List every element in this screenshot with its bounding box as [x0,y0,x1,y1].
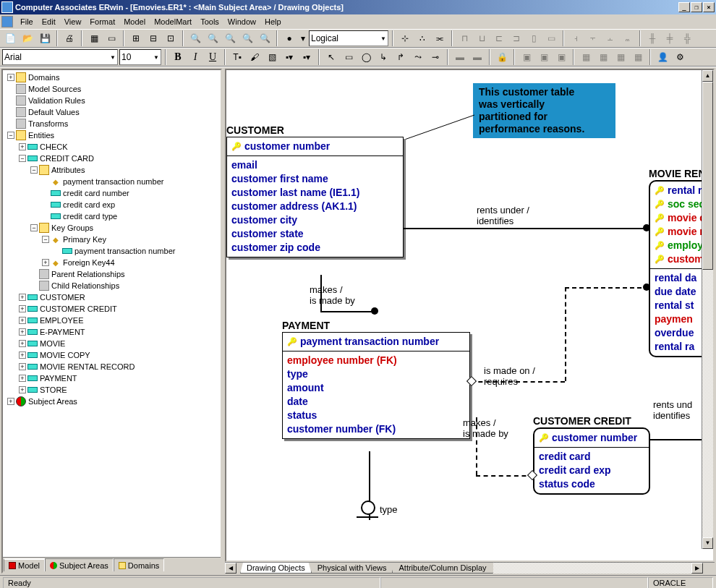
tree-item[interactable]: Parent Relationships [4,268,219,280]
tool-button[interactable]: ▣ [536,49,552,65]
tree-item[interactable]: Validation Rules [4,95,219,106]
tree-item[interactable]: −Attributes [4,164,219,176]
entity-attribute[interactable]: due date [655,285,708,299]
entity-attribute[interactable]: overdue [655,326,708,340]
tree-item[interactable]: +EMPLOYEE [4,315,219,326]
relation-tool[interactable]: ↳ [375,49,391,65]
tool-button[interactable]: ▭ [543,30,559,46]
tool-button[interactable]: ∴ [414,30,430,46]
menu-modelmart[interactable]: ModelMart [150,16,196,27]
tree-toggle[interactable]: + [7,74,14,81]
underline-button[interactable]: U [205,49,221,65]
tool-button[interactable]: ▯ [526,30,542,46]
bold-button[interactable]: B [170,49,186,65]
tree-item[interactable]: +PAYMENT [4,372,219,384]
annotation-note[interactable]: This customer tablewas verticallypartiti… [473,83,615,138]
entity-attribute[interactable]: customer city [231,213,399,227]
entity-attribute[interactable]: rental ra [655,340,708,354]
menu-edit[interactable]: Edit [38,16,60,27]
tree-toggle[interactable]: + [42,259,49,266]
tool-button[interactable]: ╪ [662,30,678,46]
scroll-down-button[interactable]: ▼ [702,537,713,549]
tree-item[interactable]: +MOVIE [4,338,219,349]
color-button[interactable]: ▪▾ [281,49,297,65]
entity-attribute[interactable]: employee number (FK) [287,354,465,367]
tool-button[interactable]: ▣ [553,49,569,65]
tool-button[interactable]: ⊔ [474,30,490,46]
tool-button[interactable]: ⊓ [456,30,472,46]
tree-toggle[interactable]: + [19,386,26,393]
tree-item[interactable]: −Key Groups [4,222,219,234]
entity-attribute[interactable]: status code [539,477,644,491]
zoom-out-button[interactable]: 🔍 [187,30,203,46]
tool-button[interactable]: ⫠ [602,30,618,46]
tree-item[interactable]: +CUSTOMER [4,291,219,303]
zoom-button[interactable]: 🔍 [239,30,255,46]
entity-attribute[interactable]: customer first name [231,172,399,186]
tool-button[interactable]: ╫ [644,30,660,46]
tool-button[interactable]: ⫘ [432,30,448,46]
lock-button[interactable]: 🔒 [494,49,510,65]
tree-item[interactable]: +CUSTOMER CREDIT [4,303,219,315]
tree-item[interactable]: +MOVIE COPY [4,349,219,361]
tree-item[interactable]: +Subject Areas [4,396,219,407]
tree-toggle[interactable]: + [19,317,26,324]
tree-item[interactable]: credit card exp [4,199,219,210]
color-button[interactable]: ▪▾ [299,49,315,65]
entity-payment[interactable]: PAYMENT payment transaction number emplo… [282,320,470,439]
tree-toggle[interactable]: + [19,363,26,370]
tool-button[interactable]: ⚙ [672,49,688,65]
tool-button[interactable]: 👤 [655,49,670,65]
tool-button[interactable]: ⊞ [128,30,144,46]
tree-item[interactable]: credit card number [4,187,219,199]
menu-format[interactable]: Format [85,16,119,27]
tool-button[interactable]: ▦ [630,49,646,65]
tree-toggle[interactable]: − [7,132,14,139]
tree-item[interactable]: −◆Primary Key [4,234,219,245]
tool-button[interactable]: ▦ [86,30,102,46]
tool-button[interactable]: ⊡ [163,30,179,46]
tool-button[interactable]: ▦ [595,49,611,65]
new-button[interactable]: 📄 [2,30,18,46]
font-size-dropdown[interactable]: 10 ▼ [119,49,161,65]
tree-toggle[interactable]: + [7,398,14,405]
entity-attribute[interactable]: movie n [655,225,708,239]
open-button[interactable]: 📂 [20,30,35,46]
tree-toggle[interactable]: + [19,143,26,150]
tree-tab-model[interactable]: Model [4,558,45,571]
canvas-tab-physical[interactable]: Physical with Views [311,563,393,574]
tool-button[interactable]: ▬ [452,49,468,65]
tree-toggle[interactable]: − [42,236,49,243]
tree-toggle[interactable]: + [19,375,26,382]
tree-item[interactable]: Default Values [4,106,219,118]
color-button[interactable]: T▪ [229,49,245,65]
color-button[interactable]: ▧ [264,49,280,65]
tree-toggle[interactable]: + [19,340,26,347]
pointer-tool[interactable]: ↖ [323,49,339,65]
entity-attribute[interactable]: employe [655,239,708,252]
entity-attribute[interactable]: customer number (FK) [287,422,465,436]
tool-button[interactable]: ▣ [519,49,534,65]
entity-customer-credit[interactable]: CUSTOMER CREDIT customer number credit c… [533,415,650,495]
font-family-dropdown[interactable]: Arial ▼ [2,49,118,65]
menu-tools[interactable]: Tools [196,16,223,27]
entity-attribute[interactable]: email [231,158,399,172]
tool-button[interactable]: ⊹ [397,30,413,46]
entity-attribute[interactable]: credit card exp [539,464,644,477]
zoom-button[interactable]: 🔍 [257,30,273,46]
tree-item[interactable]: +Domains [4,72,219,83]
entity-attribute[interactable]: custome [655,252,708,266]
tree-toggle[interactable]: + [19,294,26,301]
tree-item[interactable]: payment transaction number [4,245,219,257]
entity-attribute[interactable]: type [287,367,465,381]
canvas-tab-drawing[interactable]: Drawing Objects [240,563,312,574]
entity-customer[interactable]: CUSTOMER customer number emailcustomer f… [226,124,404,257]
tree-toggle[interactable]: + [19,305,26,312]
save-button[interactable]: 💾 [37,30,53,46]
entity-tool[interactable]: ▭ [341,49,357,65]
menu-help[interactable]: Help [260,16,286,27]
italic-button[interactable]: I [187,49,203,65]
zoom-fit-button[interactable]: 🔍 [222,30,238,46]
tool-button[interactable]: ⫟ [585,30,601,46]
tool-button[interactable]: ⫞ [568,30,584,46]
